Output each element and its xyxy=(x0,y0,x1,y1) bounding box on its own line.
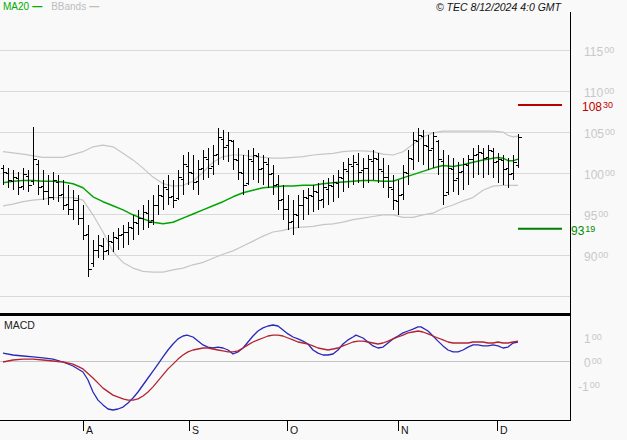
indicator-legend: MA20— BBands— xyxy=(3,1,99,12)
price-axis-label-main: 100 xyxy=(584,168,604,182)
macd-axis-label-main: 0 xyxy=(584,356,591,370)
resistance-level-label: 10830 xyxy=(582,98,613,114)
macd-axis-label-main: -1 xyxy=(578,380,589,394)
x-axis-month-label: D xyxy=(500,424,508,436)
macd-axis-label-small: 00 xyxy=(590,380,600,390)
price-axis-label-main: 105 xyxy=(584,127,604,141)
macd-panel-label: MACD xyxy=(4,319,35,331)
support-level-label: 9319 xyxy=(571,222,595,238)
support-level-label-small: 19 xyxy=(585,224,595,234)
panel-separator xyxy=(0,313,570,316)
macd-axis-label-small: 00 xyxy=(592,332,602,342)
macd-axis-label: 000 xyxy=(584,354,602,370)
x-axis-month-label: S xyxy=(192,424,199,436)
macd-signal-line xyxy=(3,331,518,400)
x-axis-month-label: A xyxy=(86,424,93,436)
macd-axis-label: -100 xyxy=(578,378,600,394)
macd-axis-label-small: 00 xyxy=(592,356,602,366)
price-axis-label-main: 90 xyxy=(584,250,597,264)
legend-item-bbands: BBands— xyxy=(51,1,99,12)
ohlc-bars xyxy=(1,127,522,277)
legend-dash-ma20: — xyxy=(32,1,42,12)
chart-canvas xyxy=(0,0,627,440)
price-axis-label: 9500 xyxy=(584,207,608,223)
copyright-text: © TEC 8/12/2024 4:0 GMT xyxy=(436,1,561,13)
price-axis-label-main: 95 xyxy=(584,209,597,223)
legend-label-bbands: BBands xyxy=(51,1,86,12)
ma20-line xyxy=(3,157,518,223)
legend-dash-bbands: — xyxy=(89,1,99,12)
price-axis-label: 10500 xyxy=(584,125,615,141)
price-axis-label: 9000 xyxy=(584,248,608,264)
price-axis-label-small: 00 xyxy=(604,86,614,96)
support-level-label-main: 93 xyxy=(571,223,584,237)
x-axis-month-label: N xyxy=(401,424,409,436)
macd-axis-label: 100 xyxy=(584,330,602,346)
price-axis-label: 11500 xyxy=(584,43,614,59)
price-axis-label-main: 115 xyxy=(584,45,603,59)
price-axis-label: 10000 xyxy=(584,166,615,182)
resistance-level-label-main: 108 xyxy=(582,99,602,113)
legend-item-ma20: MA20— xyxy=(3,1,42,12)
price-axis-label-small: 00 xyxy=(604,45,614,55)
price-axis-label-small: 00 xyxy=(605,127,615,137)
bollinger-upper-band-line xyxy=(3,131,518,186)
x-axis-month-label: O xyxy=(290,424,298,436)
price-axis-label-small: 00 xyxy=(598,250,608,260)
macd-axis-label-main: 1 xyxy=(584,332,591,346)
bollinger-lower-band-line xyxy=(3,185,518,272)
price-axis-label-small: 00 xyxy=(598,209,608,219)
chart-window: MA20— BBands— © TEC 8/12/2024 4:0 GMT MA… xyxy=(0,0,627,440)
price-axis-label-small: 00 xyxy=(605,168,615,178)
legend-label-ma20: MA20 xyxy=(3,1,29,12)
resistance-level-label-small: 30 xyxy=(603,100,613,110)
